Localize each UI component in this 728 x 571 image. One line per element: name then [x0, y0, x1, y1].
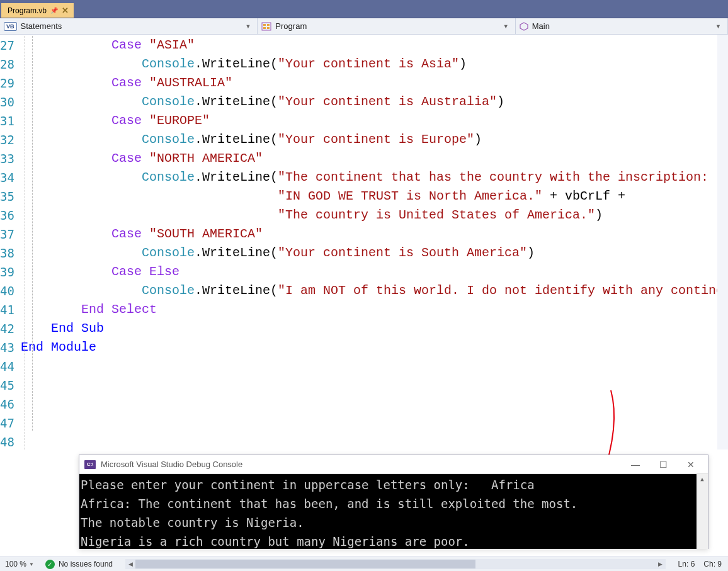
line-number: 48 [0, 432, 14, 451]
svg-rect-1 [263, 24, 266, 26]
line-number: 45 [0, 376, 14, 395]
scroll-right-icon[interactable]: ▶ [656, 559, 666, 569]
chevron-down-icon: ▼ [715, 23, 724, 30]
line-indicator: Ln: 6 [678, 560, 695, 568]
line-number: 37 [0, 225, 14, 244]
line-number: 39 [0, 263, 14, 281]
line-number-gutter: 2728293031323334353637383940414243444546… [0, 35, 21, 449]
console-titlebar[interactable]: C:\ Microsoft Visual Studio Debug Consol… [79, 455, 708, 474]
line-number: 40 [0, 281, 14, 300]
method-label: Main [532, 21, 550, 31]
console-title-text: Microsoft Visual Studio Debug Console [101, 460, 242, 469]
issues-text: No issues found [59, 560, 113, 568]
line-number: 41 [0, 300, 14, 319]
line-number: 34 [0, 168, 14, 187]
code-line[interactable]: End Select [21, 300, 728, 319]
svg-rect-2 [267, 24, 270, 26]
line-number: 27 [0, 36, 14, 55]
chevron-down-icon: ▼ [503, 23, 511, 30]
program-icon [261, 22, 271, 31]
code-line[interactable]: Console.WriteLine("I am NOT of this worl… [21, 281, 728, 300]
scroll-left-icon[interactable]: ◀ [125, 559, 135, 569]
debug-console-window: C:\ Microsoft Visual Studio Debug Consol… [79, 455, 708, 549]
close-button[interactable]: ✕ [683, 460, 699, 470]
check-icon: ✓ [45, 560, 55, 569]
titlebar: Program.vb 📌 ✕ [0, 0, 728, 18]
code-editor[interactable]: 2728293031323334353637383940414243444546… [0, 35, 728, 449]
console-output[interactable]: Please enter your continent in uppercase… [79, 474, 708, 549]
svg-rect-3 [263, 27, 266, 29]
console-scrollbar[interactable]: ▲ [697, 474, 708, 549]
console-line: Nigeria is a rich country but many Niger… [81, 532, 707, 549]
minimize-button[interactable]: — [627, 460, 644, 470]
code-line[interactable]: End Sub [21, 319, 728, 338]
line-number: 44 [0, 357, 14, 376]
code-line[interactable]: Case "EUROPE" [21, 111, 728, 130]
line-number: 29 [0, 74, 14, 93]
navigation-bar: VB Statements ▼ Program ▼ Main ▼ [0, 18, 728, 35]
file-tab[interactable]: Program.vb 📌 ✕ [1, 3, 74, 18]
tab-filename: Program.vb [8, 6, 47, 15]
horizontal-scrollbar[interactable]: ◀ ▶ [125, 559, 666, 569]
class-dropdown[interactable]: Program ▼ [258, 18, 515, 34]
editor-vertical-scrollbar[interactable] [717, 35, 728, 449]
line-number: 43 [0, 338, 14, 357]
scope-dropdown[interactable]: VB Statements ▼ [0, 18, 258, 34]
line-number: 35 [0, 187, 14, 206]
code-line[interactable]: Console.WriteLine("Your continent is Sou… [21, 244, 728, 263]
line-number: 30 [0, 93, 14, 111]
issues-indicator[interactable]: ✓ No issues found [39, 560, 119, 569]
maximize-button[interactable]: ☐ [655, 460, 671, 470]
code-line[interactable]: Case "SOUTH AMERICA" [21, 225, 728, 244]
code-content[interactable]: Case "ASIA" Console.WriteLine("Your cont… [21, 35, 728, 449]
console-line: Please enter your continent in uppercase… [81, 475, 707, 494]
method-icon [520, 22, 528, 31]
code-line[interactable]: Console.WriteLine("The continent that ha… [21, 168, 728, 187]
svg-marker-5 [520, 23, 528, 30]
line-number: 38 [0, 244, 14, 263]
scroll-up-icon[interactable]: ▲ [697, 474, 708, 484]
line-number: 28 [0, 55, 14, 74]
line-number: 36 [0, 206, 14, 225]
column-indicator: Ch: 9 [703, 560, 722, 568]
scope-label: Statements [21, 21, 62, 31]
code-line[interactable]: "The country is United States of America… [21, 206, 728, 225]
code-line[interactable]: Console.WriteLine("Your continent is Asi… [21, 55, 728, 74]
code-line[interactable]: Case "NORTH AMERICA" [21, 149, 728, 168]
cursor-position: Ln: 6 Ch: 9 [672, 560, 728, 568]
pin-icon[interactable]: 📌 [50, 7, 58, 14]
zoom-value: 100 % [5, 560, 26, 568]
code-line[interactable]: Case Else [21, 263, 728, 281]
console-icon: C:\ [84, 460, 96, 469]
code-line[interactable]: Case "ASIA" [21, 36, 728, 55]
line-number: 31 [0, 111, 14, 130]
svg-rect-0 [262, 23, 271, 30]
status-bar: 100 % ▼ ✓ No issues found ◀ ▶ Ln: 6 Ch: … [0, 557, 728, 571]
console-line: Africa: The continent that has been, and… [81, 494, 707, 513]
code-line[interactable]: Console.WriteLine("Your continent is Aus… [21, 93, 728, 111]
code-line[interactable]: End Module [21, 338, 728, 357]
code-line[interactable]: "IN GOD WE TRUST is North America." + vb… [21, 187, 728, 206]
scrollbar-thumb[interactable] [135, 560, 475, 568]
svg-rect-4 [267, 27, 270, 29]
console-line: The notable country is Nigeria. [81, 513, 707, 532]
method-dropdown[interactable]: Main ▼ [516, 18, 728, 34]
line-number: 47 [0, 414, 14, 432]
line-number: 42 [0, 319, 14, 338]
line-number: 33 [0, 149, 14, 168]
code-line[interactable]: Console.WriteLine("Your continent is Eur… [21, 130, 728, 149]
close-tab-icon[interactable]: ✕ [62, 6, 69, 15]
vb-icon: VB [4, 22, 17, 31]
line-number: 46 [0, 395, 14, 414]
chevron-down-icon: ▼ [245, 23, 253, 30]
code-line[interactable]: Case "AUSTRALIA" [21, 74, 728, 93]
zoom-dropdown[interactable]: 100 % ▼ [0, 560, 39, 568]
line-number: 32 [0, 130, 14, 149]
class-label: Program [275, 21, 307, 31]
chevron-down-icon: ▼ [29, 562, 34, 567]
